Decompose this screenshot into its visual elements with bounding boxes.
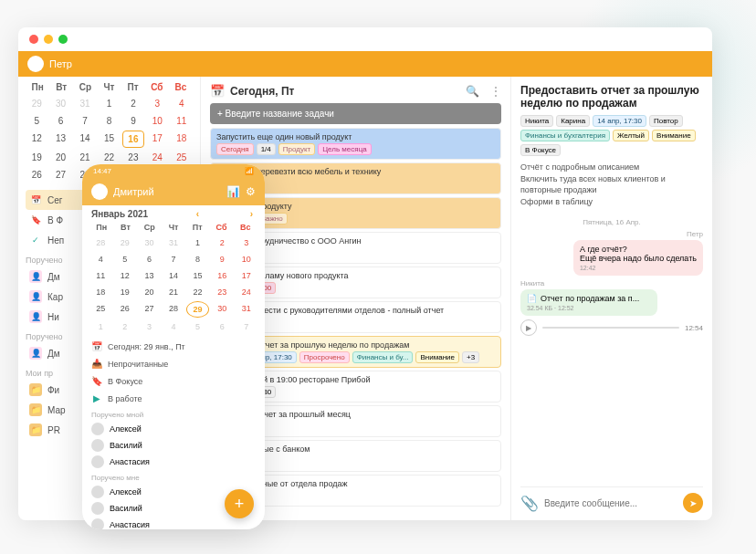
calendar-day[interactable]: 7 bbox=[235, 319, 257, 334]
next-month-icon[interactable]: › bbox=[247, 209, 256, 219]
calendar-day[interactable]: 9 bbox=[211, 252, 234, 267]
calendar-day[interactable]: 27 bbox=[138, 301, 161, 318]
calendar-day[interactable]: 20 bbox=[138, 285, 161, 299]
detail-tag[interactable]: В Фокусе bbox=[520, 144, 561, 156]
calendar-day[interactable]: 5 bbox=[186, 319, 209, 334]
calendar-day[interactable]: 22 bbox=[186, 285, 209, 299]
calendar-day[interactable]: 25 bbox=[89, 301, 112, 318]
calendar-day[interactable]: 19 bbox=[26, 150, 47, 165]
calendar-day[interactable]: 31 bbox=[74, 96, 96, 111]
calendar-day[interactable]: 31 bbox=[235, 301, 257, 318]
detail-tag[interactable]: Никита bbox=[520, 115, 553, 127]
calendar-day[interactable]: 1 bbox=[89, 319, 112, 334]
calendar-day[interactable]: 1 bbox=[98, 96, 120, 111]
calendar-day[interactable]: 16 bbox=[122, 131, 144, 148]
calendar-day[interactable]: 11 bbox=[89, 268, 112, 283]
avatar[interactable] bbox=[27, 56, 44, 72]
calendar-day[interactable]: 4 bbox=[163, 319, 185, 334]
calendar-day[interactable]: 30 bbox=[211, 301, 234, 318]
calendar-day[interactable]: 12 bbox=[26, 131, 47, 148]
mobile-unread-item[interactable]: 📥Непрочитанные bbox=[91, 355, 256, 372]
calendar-day[interactable]: 6 bbox=[138, 252, 161, 267]
calendar-day[interactable]: 26 bbox=[26, 167, 47, 183]
calendar-day[interactable]: 21 bbox=[74, 150, 96, 165]
voice-message[interactable]: ▶ 12:54 bbox=[520, 319, 703, 336]
calendar-day[interactable]: 8 bbox=[98, 113, 120, 129]
detail-tag[interactable]: Желтый bbox=[613, 130, 649, 141]
calendar-day[interactable]: 4 bbox=[89, 252, 112, 267]
fab-add-button[interactable]: + bbox=[225, 489, 254, 518]
calendar-day[interactable]: 17 bbox=[235, 268, 257, 283]
calendar-day[interactable]: 30 bbox=[49, 96, 71, 111]
calendar-day[interactable]: 15 bbox=[186, 268, 209, 283]
detail-tag[interactable]: Повтор bbox=[649, 115, 683, 127]
calendar-day[interactable]: 22 bbox=[98, 150, 120, 165]
calendar-day[interactable]: 23 bbox=[211, 285, 234, 299]
calendar-day[interactable]: 9 bbox=[122, 113, 144, 129]
calendar-day[interactable]: 23 bbox=[122, 150, 144, 165]
search-icon[interactable]: 🔍 bbox=[466, 85, 479, 98]
calendar-day[interactable]: 14 bbox=[163, 268, 185, 283]
calendar-day[interactable]: 3 bbox=[146, 96, 168, 111]
minimize-icon[interactable] bbox=[44, 35, 53, 44]
avatar[interactable] bbox=[91, 183, 108, 200]
detail-tag[interactable]: Внимание bbox=[652, 130, 696, 141]
calendar-day[interactable]: 13 bbox=[49, 131, 71, 148]
calendar-day[interactable]: 25 bbox=[171, 150, 193, 165]
mobile-today-item[interactable]: 📅Сегодня: 29 янв., Пт bbox=[91, 338, 256, 355]
calendar-day[interactable]: 10 bbox=[235, 252, 257, 267]
calendar-day[interactable]: 27 bbox=[49, 167, 71, 183]
calendar-day[interactable]: 4 bbox=[171, 96, 193, 111]
calendar-day[interactable]: 28 bbox=[163, 301, 185, 318]
calendar-day[interactable]: 17 bbox=[146, 131, 168, 148]
calendar-day[interactable]: 3 bbox=[235, 235, 257, 250]
mobile-work-item[interactable]: ▶В работе bbox=[91, 390, 256, 407]
mobile-person-item[interactable]: Алексей bbox=[91, 421, 256, 437]
play-icon[interactable]: ▶ bbox=[520, 319, 537, 336]
calendar-day[interactable]: 31 bbox=[163, 235, 185, 250]
calendar-day[interactable]: 10 bbox=[146, 113, 168, 129]
calendar-day[interactable]: 29 bbox=[186, 301, 209, 318]
calendar-day[interactable]: 6 bbox=[49, 113, 71, 129]
detail-tag[interactable]: 14 апр, 17:30 bbox=[593, 115, 646, 127]
message-input[interactable] bbox=[544, 498, 677, 508]
detail-tag[interactable]: Финансы и бухгалтерия bbox=[520, 130, 610, 141]
calendar-day[interactable]: 2 bbox=[114, 319, 137, 334]
calendar-day[interactable]: 18 bbox=[171, 131, 193, 148]
calendar-day[interactable]: 29 bbox=[26, 96, 47, 111]
calendar-day[interactable]: 8 bbox=[186, 252, 209, 267]
close-icon[interactable] bbox=[29, 35, 38, 44]
prev-month-icon[interactable]: ‹ bbox=[194, 209, 202, 219]
calendar-day[interactable]: 5 bbox=[26, 113, 47, 129]
add-task-input[interactable]: + Введите название задачи bbox=[210, 103, 501, 124]
send-button[interactable]: ➤ bbox=[683, 493, 703, 513]
task-item[interactable]: Запустить еще один новый продуктСегодня1… bbox=[210, 128, 501, 160]
calendar-day[interactable]: 29 bbox=[114, 235, 137, 250]
calendar-day[interactable]: 19 bbox=[114, 285, 137, 299]
mobile-person-item[interactable]: Василий bbox=[91, 437, 256, 454]
calendar-day[interactable]: 24 bbox=[146, 150, 168, 165]
calendar-day[interactable]: 6 bbox=[211, 319, 234, 334]
calendar-day[interactable]: 12 bbox=[114, 268, 137, 283]
detail-tag[interactable]: Карина bbox=[556, 115, 590, 127]
calendar-day[interactable]: 7 bbox=[163, 252, 185, 267]
chat-file-message[interactable]: 📄Отчет по продажам за п... 32.54 КБ · 12… bbox=[520, 289, 657, 316]
calendar-day[interactable]: 3 bbox=[138, 319, 161, 334]
maximize-icon[interactable] bbox=[58, 35, 68, 44]
mobile-focus-item[interactable]: 🔖В Фокусе bbox=[91, 372, 256, 390]
calendar-day[interactable]: 5 bbox=[114, 252, 137, 267]
attach-icon[interactable]: 📎 bbox=[520, 495, 539, 512]
mobile-person-item[interactable]: Анастасия bbox=[91, 454, 256, 470]
calendar-day[interactable]: 2 bbox=[122, 96, 144, 111]
calendar-day[interactable]: 28 bbox=[89, 235, 112, 250]
gear-icon[interactable]: ⚙ bbox=[246, 185, 256, 198]
calendar-day[interactable]: 15 bbox=[98, 131, 120, 148]
calendar-day[interactable]: 20 bbox=[49, 150, 71, 165]
calendar-day[interactable]: 24 bbox=[235, 285, 257, 299]
mobile-person-item[interactable]: Анастасия bbox=[91, 517, 256, 529]
calendar-day[interactable]: 16 bbox=[211, 268, 234, 283]
calendar-day[interactable]: 18 bbox=[89, 285, 112, 299]
calendar-day[interactable]: 11 bbox=[171, 113, 193, 129]
calendar-day[interactable]: 7 bbox=[74, 113, 96, 129]
calendar-day[interactable]: 21 bbox=[163, 285, 185, 299]
